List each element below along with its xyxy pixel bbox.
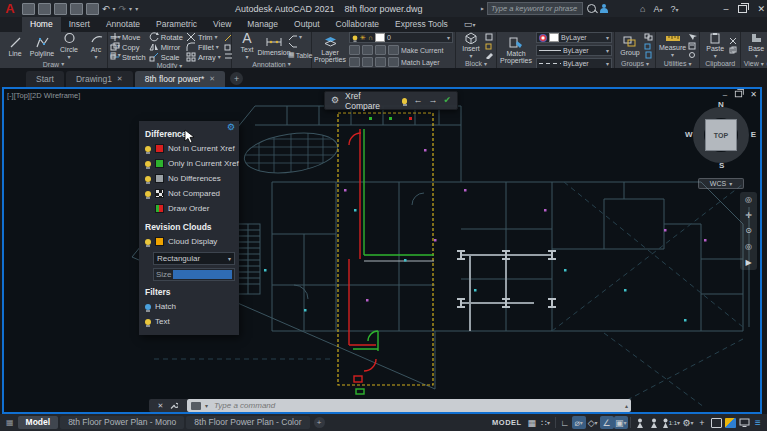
file-tab-start[interactable]: Start (26, 71, 64, 87)
text-filter-icon[interactable] (145, 319, 151, 325)
previous-change-button[interactable]: ← (413, 96, 422, 105)
green-swatch[interactable] (155, 159, 164, 168)
hardware-acceleration-icon[interactable] (723, 416, 737, 429)
tab-view[interactable]: View (205, 17, 239, 32)
circle-button[interactable]: Circle▾ (56, 32, 82, 60)
recent-commands-icon[interactable] (191, 402, 201, 410)
search-icon[interactable] (587, 4, 596, 13)
search-input[interactable] (487, 2, 583, 15)
command-input[interactable] (212, 400, 627, 411)
panel-label-view[interactable]: View▾▾ (741, 59, 767, 68)
polar-tracking-icon[interactable]: ⌀▾ (572, 416, 586, 429)
qat-customize-caret-icon[interactable]: ▾ (135, 6, 138, 12)
steering-wheel-icon[interactable]: ◎ (745, 195, 752, 204)
layer-freeze2-icon[interactable] (375, 45, 386, 55)
customize-menu-icon[interactable]: ≡ (751, 416, 765, 429)
hatch-filter-icon[interactable] (145, 304, 151, 310)
diff-item-draw-order[interactable]: Draw Order (145, 201, 239, 216)
close-tab-icon[interactable]: ✕ (117, 75, 123, 83)
pan-icon[interactable]: ✛ (745, 211, 752, 220)
tab-express-tools[interactable]: Express Tools (387, 17, 456, 32)
open-file-icon[interactable] (38, 3, 51, 15)
sign-in-icon[interactable] (600, 4, 608, 13)
annotation-scale-icon[interactable]: 1:1▾ (661, 416, 681, 429)
panel-label-draw[interactable]: Draw▾ (0, 60, 107, 68)
dimension-button[interactable]: Dimension (261, 32, 287, 60)
finish-compare-button[interactable]: ✔ (443, 96, 451, 105)
lightbulb-icon[interactable] (145, 146, 151, 152)
orbit-icon[interactable]: ◎ (745, 242, 752, 251)
settings-gear-icon[interactable]: ⚙ (331, 96, 339, 105)
grid-display-icon[interactable]: ▦ (525, 416, 539, 429)
tab-insert[interactable]: Insert (61, 17, 98, 32)
lightbulb-icon[interactable] (145, 239, 151, 245)
tab-collaborate[interactable]: Collaborate (328, 17, 387, 32)
red-swatch[interactable] (155, 144, 164, 153)
restore-button[interactable] (738, 5, 747, 13)
diff-item-only-in-current[interactable]: Only in Current Xref (145, 156, 239, 171)
move-button[interactable]: Move (110, 32, 146, 42)
layer-off-icon[interactable] (349, 45, 360, 55)
viewcube-east[interactable]: E (751, 130, 756, 139)
wcs-menu[interactable]: WCS▾ (698, 178, 744, 189)
panel-settings-icon[interactable]: ⚙ (227, 122, 235, 132)
customize-wrench-icon[interactable] (169, 401, 178, 410)
help-icon[interactable]: ?▾ (670, 4, 678, 14)
arc-button[interactable]: Arc▾ (83, 32, 109, 60)
redo-caret-icon[interactable]: ▾ (129, 6, 132, 12)
filter-text[interactable]: Text (145, 314, 239, 329)
object-snap-icon[interactable]: ▣▾ (614, 416, 628, 429)
quick-calc-button[interactable] (688, 42, 697, 50)
group-button[interactable]: Group (617, 32, 643, 59)
layer-lock2-icon[interactable] (388, 45, 399, 55)
viewcube-west[interactable]: W (685, 130, 693, 139)
clean-screen-icon[interactable] (737, 416, 751, 429)
cloud-size-input[interactable]: Size (153, 268, 235, 281)
array-button[interactable]: Array▾ (186, 52, 221, 62)
filter-hatch[interactable]: Hatch (145, 299, 239, 314)
gray-swatch[interactable] (155, 174, 164, 183)
tab-parametric[interactable]: Parametric (148, 17, 205, 32)
drawing-minimize-button[interactable]: – (723, 90, 727, 99)
layout-tab-mono[interactable]: 8th Floor Power Plan - Mono (60, 416, 184, 429)
diff-item-no-differences[interactable]: No Differences (145, 171, 239, 186)
match-properties-button[interactable]: Match Properties (499, 32, 533, 69)
customization-crosshair-icon[interactable]: + (695, 416, 709, 429)
annotation-visibility-icon[interactable] (633, 416, 647, 429)
layer-unlock-icon[interactable] (375, 57, 386, 67)
layout-tab-color[interactable]: 8th Floor Power Plan - Color (186, 416, 309, 429)
layout-tab-model[interactable]: Model (18, 416, 59, 429)
app-store-icon[interactable]: ⌂ (640, 4, 645, 14)
id-point-button[interactable] (688, 51, 697, 59)
copy-button[interactable]: Copy (110, 42, 146, 52)
layer-isolate-icon[interactable] (362, 45, 373, 55)
tab-home[interactable]: Home (22, 17, 61, 32)
stretch-button[interactable]: Stretch (110, 52, 146, 62)
layer-prev-icon[interactable] (388, 57, 399, 67)
leader-button[interactable]: ▾ (288, 33, 312, 41)
file-tab-drawing1[interactable]: Drawing1✕ (66, 71, 133, 87)
viewport-controls-label[interactable]: [-][Top][2D Wireframe] (7, 91, 80, 100)
text-button[interactable]: A Text▾ (234, 32, 260, 60)
ribbon-display-toggle[interactable]: ▭▾ (456, 17, 484, 32)
layer-thaw-icon[interactable] (362, 57, 373, 67)
lightbulb-icon[interactable] (145, 161, 151, 167)
ungroup-button[interactable] (644, 33, 653, 41)
new-file-icon[interactable] (22, 3, 35, 15)
drawing-viewport[interactable]: [-][Top][2D Wireframe] – ✕ N W E S TOP W… (2, 87, 762, 414)
panel-label-clipboard[interactable]: Clipboard (700, 59, 740, 68)
viewcube-north[interactable]: N (718, 100, 724, 109)
close-button[interactable]: ✕ (757, 4, 765, 14)
workspace-switching-icon[interactable]: ⚙▾ (681, 416, 695, 429)
block-editor-button[interactable] (485, 51, 494, 59)
ortho-mode-icon[interactable]: ∟ (558, 416, 572, 429)
next-change-button[interactable]: → (428, 96, 437, 105)
panel-label-utilities[interactable]: Utilities▾ (656, 59, 699, 68)
object-snap-tracking-icon[interactable]: ∠ (600, 416, 614, 429)
viewcube-top-face[interactable]: TOP (705, 119, 737, 151)
insert-button[interactable]: Insert▾ (458, 32, 484, 59)
save-as-icon[interactable] (70, 3, 83, 15)
polyline-button[interactable]: Polyline (29, 32, 55, 60)
snap-mode-icon[interactable]: ∷▾ (539, 416, 553, 429)
undo-icon[interactable]: ↶ (102, 4, 110, 14)
